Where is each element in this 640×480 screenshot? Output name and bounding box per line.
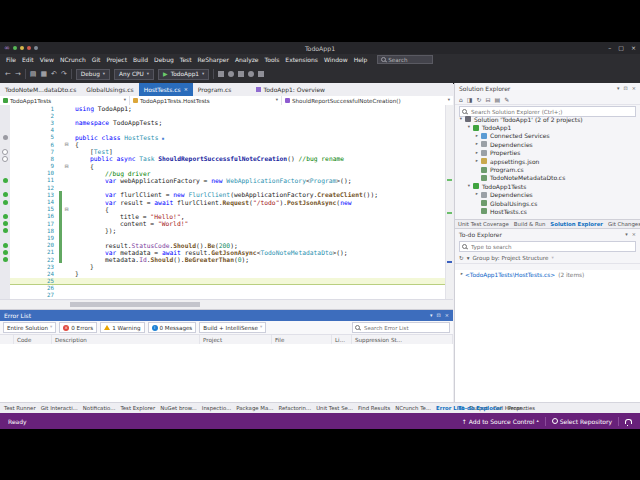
code-line[interactable]: 9⊟{ bbox=[0, 163, 453, 170]
chevron-down-icon[interactable]: ▾ bbox=[625, 232, 628, 237]
member-dropdown[interactable]: ShouldReportSuccessfulNoteCreation() ▾ bbox=[282, 96, 453, 105]
expand-icon[interactable]: ▸ bbox=[474, 151, 480, 156]
menu-extensions[interactable]: Extensions bbox=[282, 56, 321, 63]
errors-filter-button[interactable]: × 0 Errors bbox=[59, 322, 97, 333]
navigate-back-icon[interactable]: ← bbox=[5, 71, 11, 78]
toolbar-icon[interactable] bbox=[228, 71, 234, 77]
menu-edit[interactable]: Edit bbox=[19, 56, 37, 63]
bottom-tab-nuget-brow[interactable]: NuGet brow... bbox=[160, 405, 197, 411]
menu-window[interactable]: Window bbox=[321, 56, 351, 63]
menu-debug[interactable]: Debug bbox=[151, 56, 177, 63]
panel-tab-unit-test-coverage[interactable]: Unit Test Coverage bbox=[458, 221, 509, 227]
bottom-tab-unit-test-se[interactable]: Unit Test Se... bbox=[316, 405, 353, 411]
code-line[interactable]: 23} bbox=[0, 263, 453, 270]
bottom-tab-package-ma[interactable]: Package Ma... bbox=[236, 405, 273, 411]
fold-collapse-icon[interactable]: ⊟ bbox=[62, 164, 71, 169]
bottom-tab-refactorin[interactable]: Refactorin... bbox=[278, 405, 311, 411]
bottom-tab-notificatio[interactable]: Notificatio... bbox=[83, 405, 116, 411]
toolbar-icon[interactable] bbox=[218, 71, 224, 77]
code-line[interactable]: 15⊟{ bbox=[0, 206, 453, 213]
panel-tab-solution-explorer[interactable]: Solution Explorer bbox=[550, 221, 603, 227]
code-line[interactable]: 6⊟{ bbox=[0, 141, 453, 148]
close-icon[interactable]: × bbox=[184, 87, 188, 92]
bottom-tab-git-interacti[interactable]: Git Interacti... bbox=[41, 405, 78, 411]
expand-icon[interactable]: ▸ bbox=[474, 142, 480, 147]
filter-icon[interactable]: ▾ bbox=[467, 255, 470, 261]
code-line[interactable]: 16title = "Hello!", bbox=[0, 213, 453, 220]
collapse-icon[interactable]: ▾ bbox=[466, 125, 472, 130]
code-line[interactable]: 8public async Task ShouldReportSuccessfu… bbox=[0, 155, 453, 162]
menu-build[interactable]: Build bbox=[130, 56, 151, 63]
code-line[interactable]: 27 bbox=[0, 292, 453, 299]
navigate-forward-icon[interactable]: → bbox=[15, 71, 21, 78]
code-line[interactable]: 22metadata.Id.Should().BeGreaterThan(0); bbox=[0, 256, 453, 263]
close-icon[interactable]: × bbox=[445, 313, 449, 318]
tree-item-todoapp1[interactable]: ▾TodoApp1 bbox=[455, 123, 640, 131]
panel-tab-git-changes[interactable]: Git Changes bbox=[608, 221, 640, 227]
tree-item-dependencies[interactable]: ▸Dependencies bbox=[455, 191, 640, 199]
code-line[interactable]: 25 bbox=[0, 278, 453, 285]
pin-icon[interactable]: ⊡ bbox=[437, 313, 441, 318]
messages-filter-button[interactable]: i 0 Messages bbox=[148, 322, 197, 333]
tab-globalusings-cs[interactable]: GlobalUsings.cs bbox=[81, 83, 138, 96]
toolbar-icon[interactable] bbox=[258, 71, 264, 77]
expand-icon[interactable]: ▸ bbox=[474, 192, 480, 197]
close-button[interactable]: × bbox=[631, 45, 636, 51]
code-line[interactable]: 4 bbox=[0, 127, 453, 134]
notification-bell-icon[interactable] bbox=[625, 419, 632, 424]
tree-item-hosttests-cs[interactable]: HostTests.cs bbox=[455, 207, 640, 215]
error-list-header[interactable]: Error List ▾ ⊡ × bbox=[0, 310, 453, 321]
warnings-filter-button[interactable]: 1 Warning bbox=[100, 322, 144, 333]
chevron-down-icon[interactable]: ▾ bbox=[617, 86, 620, 91]
scope-dropdown[interactable]: Entire Solution ▾ bbox=[3, 322, 56, 333]
menu-test[interactable]: Test bbox=[177, 56, 195, 63]
edit-icon[interactable]: ✎ bbox=[504, 96, 509, 103]
close-icon[interactable]: × bbox=[632, 232, 636, 237]
code-line[interactable]: 20result.StatusCode.Should().Be(200); bbox=[0, 242, 453, 249]
menu-help[interactable]: Help bbox=[351, 56, 371, 63]
add-to-source-control-button[interactable]: ↑ Add to Source Control ▴ bbox=[462, 418, 539, 425]
bottom-tab-find-results[interactable]: Find Results bbox=[358, 405, 390, 411]
code-line[interactable]: 14var result = await flurlClient.Request… bbox=[0, 198, 453, 205]
configuration-dropdown[interactable]: Debug ▾ bbox=[76, 69, 110, 80]
expand-icon[interactable]: ▸ bbox=[474, 134, 480, 139]
code-line[interactable]: 10//bug driver bbox=[0, 170, 453, 177]
expand-icon[interactable]: ▸ bbox=[474, 159, 480, 164]
menu-ncrunch[interactable]: NCrunch bbox=[57, 56, 89, 63]
code-line[interactable]: 3namespace TodoAppTests; bbox=[0, 119, 453, 126]
maximize-button[interactable]: ▢ bbox=[618, 45, 624, 51]
code-line[interactable]: 2 bbox=[0, 112, 453, 119]
code-line[interactable]: 26 bbox=[0, 285, 453, 292]
horizontal-scrollbar[interactable] bbox=[0, 299, 453, 309]
todo-explorer-header[interactable]: To-do Explorer ▾ × bbox=[455, 229, 640, 240]
platform-dropdown[interactable]: Any CPU ▾ bbox=[114, 69, 154, 80]
tree-item-properties[interactable]: ▸Properties bbox=[455, 149, 640, 157]
menu-file[interactable]: File bbox=[3, 56, 19, 63]
tree-item-appsettings-json[interactable]: ▸appsettings.json bbox=[455, 157, 640, 165]
code-line[interactable]: 11var webApplicationFactory = new WebApp… bbox=[0, 177, 453, 184]
menu-git[interactable]: Git bbox=[89, 56, 104, 63]
solution-explorer-header[interactable]: Solution Explorer ▾ ⊡ × bbox=[455, 83, 640, 94]
minimize-button[interactable]: – bbox=[608, 45, 611, 51]
code-line[interactable]: 7[Test] bbox=[0, 148, 453, 155]
code-line[interactable]: 17content = "World!" bbox=[0, 220, 453, 227]
refresh-icon[interactable]: ↻ bbox=[476, 96, 481, 103]
fold-collapse-icon[interactable]: ⊟ bbox=[62, 142, 71, 147]
tab-program-cs[interactable]: Program.cs bbox=[193, 83, 237, 96]
tab-hosttests-cs[interactable]: HostTests.cs× bbox=[139, 83, 193, 96]
properties-icon[interactable]: ▤ bbox=[495, 96, 501, 103]
code-editor[interactable]: 1using TodoApp1;23namespace TodoAppTests… bbox=[0, 105, 453, 300]
code-line[interactable]: 24} bbox=[0, 270, 453, 277]
code-line[interactable]: 21var metadata = await result.GetJsonAsy… bbox=[0, 249, 453, 256]
toolbar-icon[interactable] bbox=[238, 71, 244, 77]
bottom-tab-to-do-explorer[interactable]: To-do Explorer bbox=[458, 405, 502, 411]
code-line[interactable]: 5public class HostTests ▪ bbox=[0, 134, 453, 141]
panel-tab-build-run[interactable]: Build & Run bbox=[514, 221, 546, 227]
code-line[interactable]: 13var flurlClient = new FlurlClient(webA… bbox=[0, 191, 453, 198]
group-by-label[interactable]: Group by: Project Structure bbox=[473, 255, 549, 261]
todo-group-row[interactable]: ▸ <TodoApp1Tests\HostTests.cs> (2 items) bbox=[455, 270, 640, 279]
tree-item-dependencies[interactable]: ▸Dependencies bbox=[455, 140, 640, 148]
vertical-scrollbar[interactable] bbox=[445, 105, 453, 300]
tab-todoapp1-overview[interactable]: TodoApp1: Overview bbox=[251, 83, 331, 96]
code-line[interactable]: 19 bbox=[0, 234, 453, 241]
